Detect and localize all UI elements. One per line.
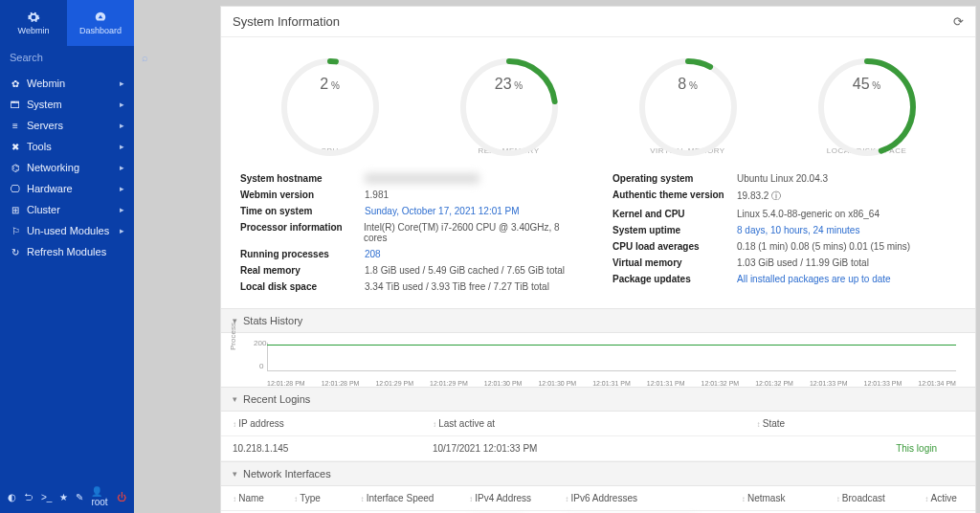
- sidebar-item-label: Cluster: [27, 204, 60, 215]
- col-header[interactable]: State: [746, 412, 975, 436]
- info-row: System uptime8 days, 10 hours, 24 minute…: [612, 222, 956, 238]
- info-key: Running processes: [240, 249, 365, 259]
- sidebar-tabs: Webmin Dashboard: [0, 0, 134, 46]
- menu-icon: ✿: [10, 78, 21, 89]
- sidebar-item-servers[interactable]: ≡Servers▸: [0, 115, 134, 136]
- xtick: 12:01:29 PM: [375, 380, 413, 387]
- col-header[interactable]: IPv4 Address: [457, 486, 553, 511]
- toolbar-btn-4[interactable]: ✎: [76, 492, 83, 502]
- info-key: CPU load averages: [612, 241, 737, 252]
- sidebar-item-label: Un-used Modules: [27, 225, 109, 236]
- menu-icon: ≡: [10, 120, 21, 131]
- sidebar-item-un-used-modules[interactable]: ⚐Un-used Modules▸: [0, 220, 134, 241]
- sidebar-item-label: Refresh Modules: [27, 246, 106, 257]
- cell-state: This login: [746, 436, 975, 461]
- info-value: 3.34 TiB used / 3.93 TiB free / 7.27 TiB…: [365, 281, 549, 292]
- info-col-left: System hostnamexxxxxxxxxxxxxxxxxWebmin v…: [240, 170, 584, 295]
- menu-icon: ⚐: [10, 225, 21, 236]
- xtick: 12:01:30 PM: [484, 380, 523, 387]
- info-value[interactable]: 8 days, 10 hours, 24 minutes: [737, 225, 859, 235]
- col-header[interactable]: IP address: [221, 412, 421, 436]
- info-value[interactable]: Sunday, October 17, 2021 12:01 PM: [365, 206, 520, 216]
- chevron-right-icon: ▸: [120, 205, 124, 214]
- col-header[interactable]: Interface Speed: [349, 486, 457, 511]
- col-header[interactable]: Netmask: [730, 486, 825, 511]
- info-key: Virtual memory: [612, 257, 737, 268]
- content: System Information ⟳ 2 %CPU23 %REAL MEMO…: [134, 0, 980, 513]
- sidebar-item-tools[interactable]: ✖Tools▸: [0, 136, 134, 157]
- info-value: Linux 5.4.0-88-generic on x86_64: [737, 209, 880, 219]
- menu-icon: ↻: [10, 246, 21, 257]
- info-key: System hostname: [240, 173, 365, 184]
- toolbar-btn-6[interactable]: ⏻: [117, 492, 126, 502]
- chevron-right-icon: ▸: [120, 226, 124, 235]
- info-row: Processor informationIntel(R) Core(TM) i…: [240, 219, 584, 246]
- info-key: Time on system: [240, 206, 365, 216]
- sidebar-item-label: System: [27, 99, 62, 110]
- stats-ymax: 200: [254, 339, 266, 347]
- info-key: Real memory: [240, 265, 365, 276]
- logins-table: IP addressLast active atState 10.218.1.1…: [221, 412, 975, 461]
- bottom-toolbar: ◐⮌>_★✎👤 root⏻: [0, 480, 134, 513]
- search-input[interactable]: [10, 52, 142, 63]
- tab-dashboard[interactable]: Dashboard: [67, 0, 134, 46]
- sidebar-item-webmin[interactable]: ✿Webmin▸: [0, 73, 134, 94]
- toolbar-btn-1[interactable]: ⮌: [24, 492, 33, 502]
- gear-icon: [27, 11, 40, 24]
- col-header[interactable]: Last active at: [421, 412, 746, 436]
- menu-icon: ⌬: [10, 162, 21, 173]
- logins-title: Recent Logins: [243, 393, 310, 405]
- table-row: 10.218.1.14510/17/2021 12:01:33 PMThis l…: [221, 436, 975, 461]
- stats-ylabel: Process: [229, 323, 237, 350]
- sysinfo-panel: System Information ⟳ 2 %CPU23 %REAL MEMO…: [220, 6, 976, 513]
- info-value[interactable]: All installed packages are up to date: [737, 274, 891, 284]
- sysinfo-header: System Information ⟳: [221, 7, 975, 37]
- chevron-right-icon: ▸: [120, 142, 124, 151]
- menu-icon: 🖵: [10, 183, 21, 194]
- toolbar-btn-2[interactable]: >_: [41, 492, 52, 502]
- sidebar-item-cluster[interactable]: ⊞Cluster▸: [0, 199, 134, 220]
- logins-header[interactable]: ▾Recent Logins: [221, 387, 975, 412]
- toolbar-btn-0[interactable]: ◐: [8, 492, 16, 502]
- info-value[interactable]: 208: [365, 249, 381, 259]
- info-row: CPU load averages0.18 (1 min) 0.08 (5 mi…: [612, 238, 956, 255]
- info-value: 1.8 GiB used / 5.49 GiB cached / 7.65 Gi…: [365, 265, 565, 276]
- nics-table: NameTypeInterface SpeedIPv4 AddressIPv6 …: [221, 486, 975, 513]
- sidebar-item-hardware[interactable]: 🖵Hardware▸: [0, 178, 134, 199]
- xtick: 12:01:33 PM: [810, 380, 848, 387]
- stats-title: Stats History: [243, 315, 302, 326]
- toolbar-btn-5[interactable]: 👤 root: [91, 486, 109, 507]
- chevron-right-icon: ▸: [120, 121, 124, 130]
- toolbar-btn-3[interactable]: ★: [59, 492, 68, 502]
- info-value: 0.18 (1 min) 0.08 (5 mins) 0.01 (15 mins…: [737, 241, 910, 252]
- xtick: 12:01:32 PM: [702, 380, 740, 387]
- sidebar-item-refresh-modules[interactable]: ↻Refresh Modules: [0, 241, 134, 262]
- chevron-right-icon: ▸: [120, 78, 124, 88]
- info-row: Operating systemUbuntu Linux 20.04.3: [612, 170, 956, 187]
- col-header[interactable]: Active: [913, 486, 975, 511]
- stats-line: [267, 345, 956, 346]
- xtick: 12:01:30 PM: [538, 380, 576, 387]
- sidebar-item-system[interactable]: 🗔System▸: [0, 94, 134, 115]
- nics-header[interactable]: ▾Network Interfaces: [221, 461, 975, 486]
- gauge-cpu: 2 %CPU: [254, 55, 407, 155]
- info-key: System uptime: [612, 225, 737, 235]
- col-header[interactable]: Name: [221, 486, 282, 511]
- col-header[interactable]: Broadcast: [825, 486, 914, 511]
- info-row: Time on systemSunday, October 17, 2021 1…: [240, 203, 584, 219]
- info-grid: System hostnamexxxxxxxxxxxxxxxxxWebmin v…: [221, 165, 975, 308]
- chevron-right-icon: ▸: [120, 100, 124, 109]
- col-header[interactable]: IPv6 Addresses: [553, 486, 729, 511]
- info-key: Package updates: [612, 274, 737, 284]
- refresh-icon[interactable]: ⟳: [953, 14, 964, 29]
- xtick: 12:01:28 PM: [267, 380, 305, 387]
- info-row: Virtual memory1.03 GiB used / 11.99 GiB …: [612, 255, 956, 271]
- stats-header[interactable]: ▾Stats History: [221, 308, 975, 333]
- col-header[interactable]: Type: [282, 486, 349, 511]
- info-value: xxxxxxxxxxxxxxxxx: [365, 173, 479, 184]
- sidebar-item-networking[interactable]: ⌬Networking▸: [0, 157, 134, 178]
- tab-webmin[interactable]: Webmin: [0, 0, 67, 46]
- tab-webmin-label: Webmin: [18, 26, 50, 35]
- info-key: Webmin version: [240, 190, 365, 200]
- chevron-right-icon: ▸: [120, 163, 124, 172]
